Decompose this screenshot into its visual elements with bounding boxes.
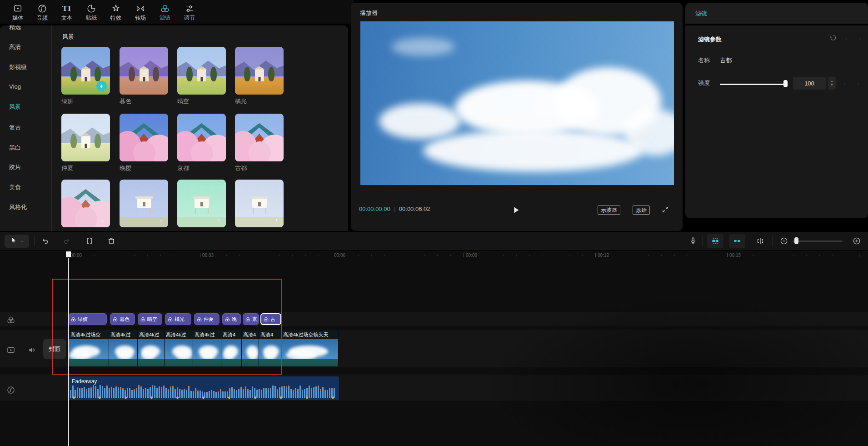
- video-clip[interactable]: 高清4: [221, 331, 242, 366]
- audio-track-icon[interactable]: [5, 385, 16, 396]
- filter-card-zhongxia[interactable]: [61, 114, 110, 161]
- filter-card-wanying[interactable]: [120, 114, 168, 161]
- scope-button[interactable]: 示波器: [598, 205, 620, 215]
- playhead-handle[interactable]: [65, 251, 71, 258]
- stepper-up-icon[interactable]: ▲: [830, 80, 833, 83]
- waveform-bar: [111, 387, 112, 398]
- sidebar-item-cinematic[interactable]: 影视级: [9, 63, 27, 71]
- cloud-shape: [117, 350, 133, 359]
- strength-stepper[interactable]: ▲▼: [828, 77, 836, 90]
- sidebar-item-landscape[interactable]: 风景: [9, 103, 21, 111]
- filter-card-more-3[interactable]: [177, 180, 226, 227]
- video-clip[interactable]: 高清4k过: [193, 331, 221, 366]
- timeline-zoom-slider-thumb[interactable]: [794, 237, 798, 244]
- filter-segment-暮色[interactable]: 暮色: [110, 313, 135, 325]
- nav-item-transition[interactable]: 转场: [128, 0, 153, 24]
- nav-item-effects[interactable]: 特效: [104, 0, 128, 24]
- filter-segment-京[interactable]: 京: [243, 313, 259, 325]
- download-icon[interactable]: [272, 216, 280, 225]
- filter-card-lvyan[interactable]: [61, 47, 110, 95]
- filter-card-more-1[interactable]: [61, 180, 110, 227]
- waveform-bar: [120, 387, 121, 398]
- waveform-bar: [168, 389, 169, 398]
- sidebar-item-hd[interactable]: 高清: [9, 43, 21, 51]
- filter-track-icon[interactable]: [5, 315, 16, 326]
- download-icon[interactable]: [157, 216, 165, 225]
- video-clip[interactable]: 高清4k过场空镜头天: [282, 331, 339, 366]
- filter-segment-橘光[interactable]: 橘光: [165, 313, 191, 325]
- filter-segment-仲夏[interactable]: 仲夏: [194, 313, 219, 325]
- ruler-tick-minor: [648, 255, 649, 256]
- sidebar-item-stylized[interactable]: 风格化: [9, 203, 27, 211]
- filter-segment-绿妍[interactable]: 绿妍: [68, 313, 107, 325]
- audio-clip[interactable]: Fadeaway: [68, 376, 339, 400]
- redo-button[interactable]: [61, 235, 73, 247]
- chevron-down-icon[interactable]: [20, 237, 25, 246]
- sidebar-item-food[interactable]: 美食: [9, 183, 21, 191]
- zoom-in-button[interactable]: [851, 235, 863, 247]
- sidebar-item-bw[interactable]: 黑白: [9, 144, 21, 152]
- ruler-tick-minor: [319, 255, 319, 256]
- filter-card-jingdu[interactable]: [177, 114, 226, 161]
- preview-axis-button[interactable]: [754, 235, 766, 247]
- sidebar-item-film[interactable]: 胶片: [9, 163, 21, 171]
- video-clip[interactable]: 高清4k过场空: [69, 331, 109, 366]
- nav-item-label: 贴纸: [86, 15, 97, 20]
- timeline-zoom-slider[interactable]: [793, 241, 843, 242]
- filter-card-more-2[interactable]: [120, 180, 168, 227]
- add-filter-button[interactable]: [96, 81, 107, 91]
- sidebar-item-featured[interactable]: 精选: [9, 25, 21, 31]
- strength-value-input[interactable]: 100: [793, 77, 826, 90]
- cover-button[interactable]: 封面: [43, 339, 66, 359]
- sidebar-item-retro[interactable]: 复古: [9, 124, 21, 132]
- beat-marker-dot: [332, 396, 334, 399]
- filter-card-gudu[interactable]: [235, 114, 284, 161]
- audio-waveform: [70, 384, 337, 398]
- nav-item-media[interactable]: 媒体: [5, 0, 30, 24]
- original-button[interactable]: 原始: [633, 205, 650, 215]
- undo-button[interactable]: [39, 235, 51, 247]
- stepper-down-icon[interactable]: ▼: [830, 83, 833, 87]
- playhead-line[interactable]: [68, 251, 69, 446]
- ruler-tick-minor: [384, 255, 385, 256]
- timeline: 00:0000:0300:0600:0900:1200:15 封面 绿妍暮色晴空…: [0, 232, 868, 446]
- filter-card-more-4[interactable]: [235, 180, 284, 227]
- strength-slider-thumb[interactable]: [783, 80, 788, 87]
- timeline-ruler[interactable]: 00:0000:0300:0600:0900:1200:15: [0, 251, 868, 261]
- play-button[interactable]: [510, 204, 522, 216]
- filter-segment-晚[interactable]: 晚: [222, 313, 241, 325]
- filter-icon: [224, 316, 230, 322]
- video-clip[interactable]: 高清4k过: [165, 331, 193, 366]
- waveform-bar: [161, 387, 162, 398]
- fullscreen-icon[interactable]: [661, 205, 671, 215]
- record-voiceover-button[interactable]: [687, 235, 699, 247]
- zoom-out-button[interactable]: [778, 235, 790, 247]
- filter-card-juguang[interactable]: [235, 47, 284, 95]
- mute-track-icon[interactable]: [26, 345, 37, 356]
- video-track-icon[interactable]: [5, 345, 16, 356]
- filter-card-qingkong[interactable]: [177, 47, 226, 95]
- delete-button[interactable]: [105, 235, 117, 247]
- video-clip[interactable]: 高清4k过: [138, 331, 165, 366]
- video-clip[interactable]: 高清4: [242, 331, 259, 366]
- video-clip[interactable]: 高清4k过: [109, 331, 138, 366]
- select-tool-button[interactable]: [5, 235, 29, 248]
- nav-item-filter[interactable]: 滤镜: [153, 0, 177, 24]
- strength-slider[interactable]: [720, 84, 787, 85]
- video-clip[interactable]: 高清4: [259, 331, 282, 366]
- linkage-button[interactable]: [729, 234, 745, 248]
- download-icon[interactable]: [215, 216, 223, 225]
- chevron-right-icon: ›: [857, 80, 859, 87]
- nav-item-audio[interactable]: 音频: [30, 0, 55, 24]
- reset-icon[interactable]: [829, 34, 838, 43]
- nav-item-adjust[interactable]: 调节: [177, 0, 202, 24]
- filter-segment-古[interactable]: 古: [260, 313, 281, 325]
- sidebar-item-vlog[interactable]: Vlog: [9, 83, 21, 90]
- split-button[interactable]: [84, 235, 95, 247]
- main-track-magnet-button[interactable]: [707, 234, 723, 248]
- nav-item-sticker[interactable]: 贴纸: [79, 0, 104, 24]
- filter-segment-晴空[interactable]: 晴空: [138, 313, 162, 325]
- filter-card-muse[interactable]: [120, 47, 168, 95]
- nav-item-text[interactable]: TI文本: [55, 0, 79, 24]
- download-icon[interactable]: [99, 216, 107, 225]
